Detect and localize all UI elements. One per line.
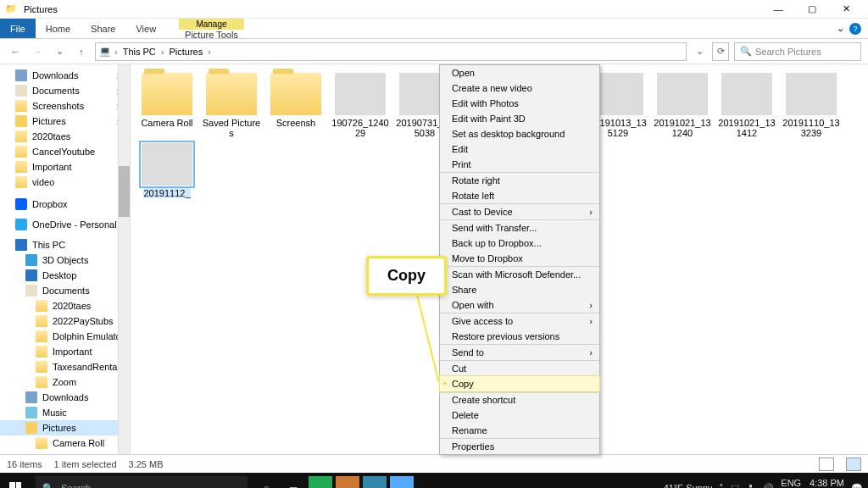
menu-item-edit-with-paint-3d[interactable]: Edit with Paint 3D bbox=[440, 111, 599, 126]
sidebar-item[interactable]: Music bbox=[0, 405, 130, 420]
menu-item-print[interactable]: Print bbox=[440, 157, 599, 173]
taskbar-search[interactable]: 🔍 Search bbox=[36, 476, 248, 488]
thumbnails-view-button[interactable] bbox=[846, 458, 861, 471]
tab-file[interactable]: File bbox=[0, 19, 36, 38]
start-button[interactable] bbox=[0, 482, 31, 488]
sidebar-item[interactable]: Downloads bbox=[0, 390, 130, 405]
menu-item-create-a-new-video[interactable]: Create a new video bbox=[440, 80, 599, 96]
menu-item-edit-with-photos[interactable]: Edit with Photos bbox=[440, 96, 599, 111]
folder-item[interactable]: Saved Pictures bbox=[202, 73, 261, 138]
sidebar-item[interactable]: Screenshots📌 bbox=[0, 98, 130, 114]
nav-up-button[interactable]: ↑ bbox=[73, 47, 90, 57]
sidebar-item[interactable]: Pictures bbox=[0, 420, 130, 435]
menu-item-give-access-to[interactable]: Give access to bbox=[440, 313, 599, 329]
help-icon[interactable]: ? bbox=[849, 23, 861, 35]
menu-item-cast-to-device[interactable]: Cast to Device bbox=[440, 204, 599, 220]
sidebar-item[interactable]: 2020taes bbox=[0, 129, 130, 144]
menu-item-create-shortcut[interactable]: Create shortcut bbox=[440, 392, 599, 408]
menu-item-rotate-left[interactable]: Rotate left bbox=[440, 188, 599, 204]
sidebar-item[interactable]: Important bbox=[0, 344, 130, 359]
sidebar-item[interactable]: CancelYoutube bbox=[0, 144, 130, 159]
menu-item-delete[interactable]: Delete bbox=[440, 408, 599, 423]
address-dropdown-icon[interactable]: ⌄ bbox=[692, 46, 707, 57]
volume-icon[interactable]: 🔊 bbox=[762, 483, 774, 489]
folder-item[interactable]: Camera Roll bbox=[137, 73, 197, 138]
taskbar-app[interactable] bbox=[363, 476, 387, 488]
sidebar-item[interactable]: Zoom bbox=[0, 374, 130, 390]
ribbon-expand-icon[interactable]: ⌄ bbox=[837, 23, 844, 34]
cortana-icon[interactable]: ○ bbox=[254, 476, 278, 488]
photo-item[interactable]: 190726_124029 bbox=[331, 73, 390, 138]
menu-item-rename[interactable]: Rename bbox=[440, 423, 599, 439]
chevron-right-icon[interactable]: › bbox=[114, 47, 118, 57]
menu-item-move-to-dropbox[interactable]: Move to Dropbox bbox=[440, 251, 599, 267]
sidebar-item-dropbox[interactable]: Dropbox bbox=[0, 197, 130, 212]
photo-item[interactable]: 20191110_133239 bbox=[782, 73, 841, 138]
tray-chevron-icon[interactable]: ˄ bbox=[719, 483, 724, 489]
taskbar-app[interactable] bbox=[390, 476, 414, 488]
crumb-pictures[interactable]: Pictures bbox=[167, 47, 204, 57]
menu-item-send-to[interactable]: Send to bbox=[440, 345, 599, 361]
close-button[interactable]: ✕ bbox=[829, 3, 863, 14]
weather-widget[interactable]: 41°F Sunny bbox=[664, 483, 713, 488]
crumb-thispc[interactable]: This PC bbox=[121, 47, 158, 57]
sidebar-item[interactable]: 2022PayStubs bbox=[0, 313, 130, 329]
menu-item-back-up-to-dropbox-[interactable]: Back up to Dropbox... bbox=[440, 236, 599, 251]
menu-item-copy[interactable]: Copy bbox=[440, 376, 599, 392]
photo-item[interactable]: 20191112_ bbox=[137, 143, 197, 198]
nav-back-button[interactable]: ← bbox=[7, 47, 24, 57]
menu-item-rotate-right[interactable]: Rotate right bbox=[440, 173, 599, 188]
maximize-button[interactable]: ▢ bbox=[795, 3, 829, 14]
sidebar-item[interactable]: Dolphin Emulator bbox=[0, 329, 130, 344]
photo-item[interactable]: 20191021_131240 bbox=[653, 73, 712, 138]
sidebar-item[interactable]: Documents📌 bbox=[0, 83, 130, 98]
sidebar-item[interactable]: Important bbox=[0, 159, 130, 175]
sidebar-item[interactable]: video bbox=[0, 175, 130, 190]
taskbar-app[interactable] bbox=[336, 476, 359, 488]
tray-icon[interactable]: ⬚ bbox=[731, 483, 739, 489]
tab-share[interactable]: Share bbox=[81, 19, 125, 38]
sidebar-item[interactable]: TaxesandRental bbox=[0, 359, 130, 374]
search-input[interactable]: 🔍 Search Pictures bbox=[734, 42, 861, 61]
notifications-icon[interactable]: 💬 bbox=[851, 483, 863, 489]
sidebar-item[interactable]: Documents bbox=[0, 283, 130, 298]
menu-item-set-as-desktop-background[interactable]: Set as desktop background bbox=[440, 126, 599, 141]
sidebar-item[interactable]: Desktop bbox=[0, 268, 130, 283]
task-view-icon[interactable]: ▭ bbox=[281, 476, 305, 488]
menu-item-send-with-transfer-[interactable]: Send with Transfer... bbox=[440, 220, 599, 236]
clock[interactable]: 4:38 PM2/9/2022 bbox=[808, 478, 844, 488]
folder-item[interactable]: Screensh bbox=[266, 73, 326, 138]
menu-item-open-with[interactable]: Open with bbox=[440, 297, 599, 313]
system-tray[interactable]: 41°F Sunny ˄ ⬚ 🖧 🔊 ENGUS 4:38 PM2/9/2022… bbox=[659, 478, 868, 488]
photo-item[interactable]: 20191021_131412 bbox=[717, 73, 776, 138]
menu-item-scan-with-microsoft-defender-[interactable]: Scan with Microsoft Defender... bbox=[440, 267, 599, 282]
details-view-button[interactable] bbox=[819, 458, 834, 471]
sidebar-item[interactable]: 3D Objects bbox=[0, 252, 130, 268]
nav-recent-button[interactable]: ⌄ bbox=[51, 46, 68, 57]
sidebar-item[interactable]: Downloads📌 bbox=[0, 68, 130, 83]
minimize-button[interactable]: — bbox=[761, 4, 795, 14]
sidebar-item-onedrive[interactable]: OneDrive - Personal bbox=[0, 217, 130, 232]
menu-item-share[interactable]: Share bbox=[440, 282, 599, 297]
taskbar-app[interactable] bbox=[309, 476, 332, 488]
menu-item-cut[interactable]: Cut bbox=[440, 361, 599, 376]
refresh-button[interactable]: ⟳ bbox=[712, 42, 729, 61]
breadcrumb[interactable]: 💻 › This PC › Pictures › bbox=[95, 42, 687, 61]
menu-item-properties[interactable]: Properties bbox=[440, 439, 599, 454]
menu-item-restore-previous-versions[interactable]: Restore previous versions bbox=[440, 329, 599, 345]
tab-home[interactable]: Home bbox=[36, 19, 81, 38]
sidebar-scrollbar[interactable] bbox=[118, 64, 130, 454]
menu-item-edit[interactable]: Edit bbox=[440, 141, 599, 157]
chevron-right-icon[interactable]: › bbox=[208, 47, 211, 57]
nav-pane[interactable]: Downloads📌Documents📌Screenshots📌Pictures… bbox=[0, 64, 131, 454]
network-icon[interactable]: 🖧 bbox=[746, 483, 755, 488]
file-list[interactable]: Camera RollSaved PicturesScreensh190726_… bbox=[131, 64, 868, 454]
sidebar-item[interactable]: Camera Roll bbox=[0, 435, 130, 451]
sidebar-item[interactable]: 2020taes bbox=[0, 298, 130, 313]
sidebar-item[interactable]: Pictures📌 bbox=[0, 114, 130, 129]
nav-forward-button[interactable]: → bbox=[29, 47, 46, 57]
menu-item-open[interactable]: Open bbox=[440, 65, 599, 80]
sidebar-item-thispc[interactable]: This PC bbox=[0, 237, 130, 252]
tab-view[interactable]: View bbox=[125, 19, 166, 38]
chevron-right-icon[interactable]: › bbox=[161, 47, 164, 57]
